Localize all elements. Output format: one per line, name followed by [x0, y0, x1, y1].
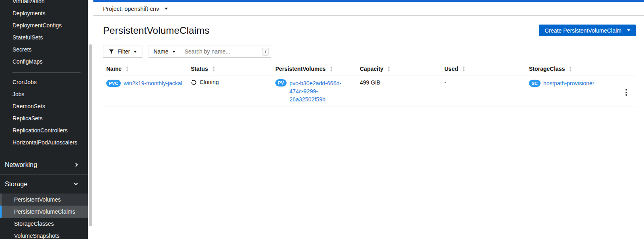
sidebar-section-label: Networking: [5, 161, 37, 169]
pvc-name-link[interactable]: win2k19-monthly-jackal: [124, 79, 182, 87]
row-kebab-menu-button[interactable]: [623, 87, 630, 97]
sidebar-nav: Virtualization Deployments DeploymentCon…: [0, 0, 88, 239]
sidebar-item-storageclasses[interactable]: StorageClasses: [0, 218, 88, 230]
pvc-table: Name Status PersistentVolumes Capac: [103, 64, 636, 107]
status-text: Cloning: [200, 79, 219, 85]
sort-icon: [569, 66, 572, 72]
sidebar-section-storage[interactable]: Storage: [0, 174, 88, 194]
column-header-name[interactable]: Name: [106, 66, 129, 72]
search-group: Name /: [149, 45, 271, 58]
filter-toolbar: Filter Name /: [103, 45, 636, 58]
filter-funnel-icon: [109, 49, 114, 54]
storageclass-link[interactable]: hostpath-provisioner: [543, 79, 594, 87]
pv-resource-badge: PV: [275, 79, 287, 87]
project-selector-dropdown[interactable]: Project: openshift-cnv: [103, 6, 168, 12]
sidebar-item-persistentvolumeclaims[interactable]: PersistentVolumeClaims: [0, 206, 88, 218]
create-persistentvolumeclaim-button[interactable]: Create PersistentVolumeClaim: [539, 25, 636, 36]
project-bar: Project: openshift-cnv: [93, 2, 644, 16]
chevron-down-icon: [74, 181, 78, 185]
create-button-label: Create PersistentVolumeClaim: [545, 27, 621, 34]
chevron-down-icon: [172, 51, 175, 53]
sidebar-divider: [12, 72, 80, 73]
filter-dropdown[interactable]: Filter: [103, 45, 142, 58]
sort-icon: [330, 66, 333, 72]
search-type-dropdown[interactable]: Name: [149, 45, 180, 58]
main-content: Project: openshift-cnv PersistentVolumeC…: [93, 0, 644, 239]
search-input[interactable]: [180, 45, 271, 58]
sidebar-item-deployments[interactable]: Deployments: [0, 7, 88, 19]
chevron-right-icon: [74, 163, 78, 167]
project-selector-label: Project: openshift-cnv: [103, 6, 159, 12]
sidebar-scrollbar-thumb[interactable]: [89, 44, 92, 226]
search-box: /: [180, 45, 271, 58]
table-header-row: Name Status PersistentVolumes Capac: [103, 64, 636, 76]
column-header-storageclass[interactable]: StorageClass: [529, 66, 572, 72]
sidebar-item-deploymentconfigs[interactable]: DeploymentConfigs: [0, 19, 88, 31]
sidebar-item-daemonsets[interactable]: DaemonSets: [0, 100, 88, 112]
app-window: Virtualization Deployments DeploymentCon…: [0, 0, 644, 239]
sidebar-item-replicationcontrollers[interactable]: ReplicationControllers: [0, 124, 88, 136]
sidebar-section-label: Storage: [5, 181, 27, 188]
slash-shortcut-hint: /: [262, 48, 269, 56]
column-header-persistentvolumes[interactable]: PersistentVolumes: [275, 66, 333, 72]
in-progress-spinner-icon: [191, 79, 197, 85]
sidebar-item-secrets[interactable]: Secrets: [0, 43, 88, 56]
sidebar-scrollbar-track[interactable]: [88, 0, 93, 239]
persistentvolume-link[interactable]: pvc-b30e2add-666d-474c-9299-26a32502f59b: [289, 79, 353, 103]
sc-resource-badge: SC: [529, 80, 541, 87]
column-header-used[interactable]: Used: [444, 66, 465, 72]
sort-icon: [126, 66, 129, 72]
sort-icon: [387, 66, 390, 72]
used-value: -: [444, 79, 446, 86]
sidebar-item-statefulsets[interactable]: StatefulSets: [0, 31, 88, 43]
sidebar-section-networking[interactable]: Networking: [0, 155, 88, 174]
sort-icon: [462, 66, 465, 72]
sidebar-item-jobs[interactable]: Jobs: [0, 88, 88, 100]
capacity-value: 499 GiB: [360, 79, 380, 86]
pvc-resource-badge: PVC: [106, 80, 121, 87]
column-header-status[interactable]: Status: [191, 66, 215, 72]
sidebar-item-persistentvolumes[interactable]: PersistentVolumes: [0, 194, 88, 206]
page-title: PersistentVolumeClaims: [103, 25, 210, 36]
chevron-down-icon: [627, 29, 630, 31]
sidebar-item-replicasets[interactable]: ReplicaSets: [0, 112, 88, 124]
sort-icon: [212, 66, 215, 72]
sidebar-item-cronjobs[interactable]: CronJobs: [0, 76, 88, 88]
table-row: PVC win2k19-monthly-jackal Cloning: [103, 76, 636, 107]
column-header-capacity[interactable]: Capacity: [360, 66, 390, 72]
sidebar-item-horizontalpodautoscalers[interactable]: HorizontalPodAutoscalers: [0, 136, 88, 148]
sidebar-item-virtualization[interactable]: Virtualization: [0, 0, 88, 7]
chevron-down-icon: [165, 8, 168, 10]
search-type-label: Name: [153, 48, 168, 55]
sidebar-item-volumesnapshots[interactable]: VolumeSnapshots: [0, 230, 88, 239]
sidebar-item-configmaps[interactable]: ConfigMaps: [0, 56, 88, 68]
filter-dropdown-label: Filter: [118, 48, 130, 55]
chevron-down-icon: [134, 51, 137, 53]
